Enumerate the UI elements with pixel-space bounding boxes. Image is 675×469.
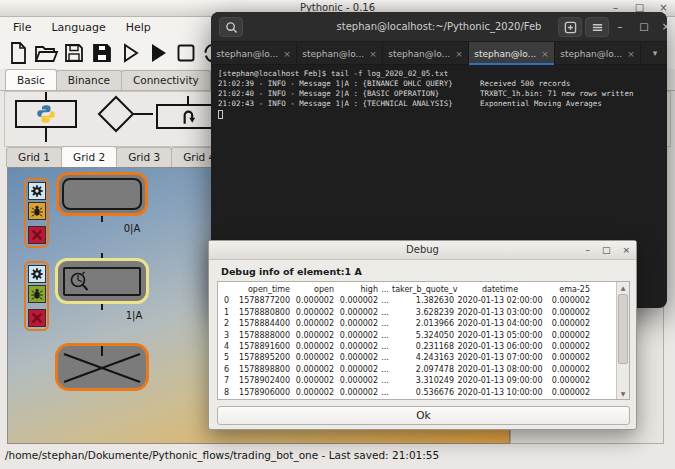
column-header: open_time (236, 284, 290, 295)
close-icon[interactable]: × (455, 49, 463, 59)
close-icon[interactable]: × (369, 49, 377, 59)
save-as-button[interactable] (88, 40, 115, 67)
cell: 0.000002 (546, 352, 590, 363)
scroll-up-icon[interactable]: ▲ (617, 282, 629, 293)
cell: 0 (222, 295, 236, 306)
edit-button[interactable] (28, 182, 46, 200)
cell: ... (378, 387, 392, 398)
open-button[interactable] (32, 40, 59, 67)
cell: 0.000002 (290, 318, 334, 329)
scrollbar[interactable]: ▲ ▼ (616, 282, 629, 399)
terminal-line: 21:02:39 - INFO - Message 1|A : {BINANCE… (218, 79, 660, 89)
cell: 6 (222, 364, 236, 375)
cell: 0.000002 (334, 375, 378, 386)
close-icon[interactable]: × (627, 49, 635, 59)
edit-button[interactable] (28, 265, 46, 283)
tab-connectivity[interactable]: Connectivity (121, 70, 211, 90)
cell: 0.231168 (392, 341, 454, 352)
statusbar: /home/stephan/Dokumente/Pythonic_flows/t… (5, 449, 439, 461)
terminal-line: 21:02:40 - INFO - Message 2|A : {BASIC O… (218, 89, 660, 99)
scroll-down-icon[interactable]: ▼ (617, 388, 629, 399)
menu-help[interactable]: Help (123, 20, 154, 35)
element-body (63, 267, 141, 296)
tab-grid-3[interactable]: Grid 3 (116, 147, 172, 167)
cell: 0.000002 (546, 341, 590, 352)
close-icon[interactable]: × (657, 17, 667, 37)
delete-button[interactable] (28, 309, 46, 327)
maximize-icon[interactable]: □ (602, 241, 611, 259)
connector-stub (187, 96, 189, 104)
table-row: 315788880000.0000020.000002...5.32405020… (222, 330, 629, 341)
minimize-icon[interactable]: – (585, 241, 590, 259)
new-file-button[interactable] (4, 40, 31, 67)
save-icon (62, 41, 86, 65)
cell: 0.000002 (290, 387, 334, 398)
toolbox-branch-element[interactable] (97, 95, 135, 133)
cell: 2020-01-13 06:00:00 (454, 341, 546, 352)
tab-grid-1[interactable]: Grid 1 (6, 147, 62, 167)
terminal-tab[interactable]: stephan@lo...× (211, 42, 297, 65)
run-button[interactable] (144, 40, 171, 67)
element-1-technical-analysis[interactable] (55, 258, 149, 304)
cell: ... (378, 352, 392, 363)
debug-table: open_timeopenhigh...taker_b_quote_vdatet… (217, 281, 630, 400)
cell: 0.000002 (290, 364, 334, 375)
element-2-stack[interactable] (55, 343, 149, 391)
cell: 4.243163 (392, 352, 454, 363)
cell: 2020-01-13 09:00:00 (454, 375, 546, 386)
delete-button[interactable] (28, 226, 46, 244)
cell: ... (378, 364, 392, 375)
cell: 0.000002 (334, 295, 378, 306)
cell: 1578891600 (236, 341, 290, 352)
cell: 7 (222, 375, 236, 386)
cell: 5.324050 (392, 330, 454, 341)
connector-stub (45, 92, 47, 100)
stop-button[interactable] (172, 40, 199, 67)
cell: 0.000002 (546, 307, 590, 318)
terminal-tab[interactable]: stephan@lo...× (555, 42, 641, 65)
cell: 1.382630 (392, 295, 454, 306)
tab-binance[interactable]: Binance (56, 70, 122, 90)
cell: 8 (222, 387, 236, 398)
toolbox-python-element[interactable] (15, 100, 77, 128)
cell: ... (378, 375, 392, 386)
cell: 1578902400 (236, 375, 290, 386)
cell: 0.000002 (334, 330, 378, 341)
run-debug-button[interactable] (116, 40, 143, 67)
cell: 0.000002 (290, 352, 334, 363)
cell: 1578898800 (236, 364, 290, 375)
element-1-actions (24, 261, 49, 331)
terminal-new-tab-button[interactable] (558, 17, 582, 37)
menu-language[interactable]: Language (48, 20, 108, 35)
column-header: taker_b_quote_v (392, 284, 454, 295)
terminal-tab[interactable]: stephan@lo...× (297, 42, 383, 65)
cell: 0.000002 (546, 295, 590, 306)
return-arrow-icon (178, 107, 198, 127)
cell: 0.000002 (334, 307, 378, 318)
scrollbar-thumb[interactable] (618, 294, 628, 364)
column-header: high (334, 284, 378, 295)
terminal-tab[interactable]: stephan@lo...× (383, 42, 469, 65)
terminal-menu-button[interactable] (585, 17, 609, 37)
terminal-tab[interactable]: stephan@lo...× (469, 42, 555, 65)
minimize-icon[interactable]: – (611, 17, 629, 37)
save-button[interactable] (60, 40, 87, 67)
cell: 1578884400 (236, 318, 290, 329)
cell: 0.000002 (290, 307, 334, 318)
close-icon[interactable]: × (283, 49, 291, 59)
chevron-down-icon[interactable]: ▾ (643, 42, 667, 64)
maximize-icon[interactable]: □ (635, 17, 653, 37)
cell: 1578877200 (236, 295, 290, 306)
close-icon[interactable]: × (541, 49, 549, 59)
debug-button[interactable] (28, 202, 46, 220)
cell: 2020-01-13 08:00:00 (454, 364, 546, 375)
ok-button[interactable]: Ok (217, 406, 630, 425)
element-0-actions (24, 178, 49, 248)
element-0-binance-ohlc[interactable] (56, 172, 148, 216)
tab-basic[interactable]: Basic (5, 69, 57, 90)
debug-button[interactable] (28, 285, 46, 303)
terminal-tab-label: stephan@lo... (302, 49, 364, 59)
tab-grid-2[interactable]: Grid 2 (61, 146, 117, 167)
close-icon[interactable]: × (622, 241, 630, 259)
menu-file[interactable]: File (10, 20, 34, 35)
